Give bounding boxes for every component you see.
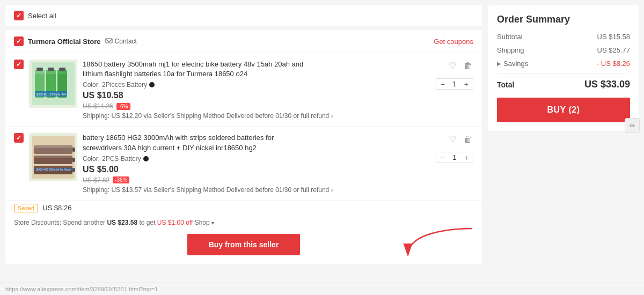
product-1-price-row: US $11.26 -6% [83,102,430,110]
product-2-image: 18650-HG2 3000mAh Diy Nickel [29,133,77,181]
product-1-shipping: Shipping: US $12.20 via Seller's Shippin… [83,112,430,120]
product-2-actions: ♡ 🗑 − 1 + [436,133,473,163]
edit-icon[interactable]: ✏ [625,118,640,133]
contact-button[interactable]: Contact [105,38,137,45]
svg-text:18650-HG2 3000mAh Diy Nickel: 18650-HG2 3000mAh Diy Nickel [35,168,70,171]
product-2-wishlist-button[interactable]: ♡ [448,133,457,145]
product-1-discount: -6% [116,103,130,110]
svg-rect-15 [34,145,72,148]
savings-row: ▶ Savings - US $8.26 [497,60,630,68]
svg-text:18650-MJ1 3500mAh 10A: 18650-MJ1 3500mAh 10A [35,93,67,96]
color-dot-1 [149,82,155,87]
store-checkbox[interactable] [14,36,24,46]
color-dot-2 [143,156,149,161]
battery-image-2: 18650-HG2 3000mAh Diy Nickel [30,134,77,181]
store-discount: Store Discounts: Spend another US $23.58… [5,216,482,230]
svg-rect-16 [72,148,75,152]
saved-row: Saved US $8.26 [5,201,482,216]
total-value: US $33.09 [584,79,630,90]
contact-label: Contact [115,38,137,45]
product-2-price: US $5.00 [83,165,430,174]
product-1-action-icons: ♡ 🗑 [448,60,473,72]
product-2-delete-button[interactable]: 🗑 [463,133,473,145]
product-1-original-price: US $11.26 [83,102,113,110]
savings-label: ▶ Savings [497,60,528,68]
product-2-price-row: US $7.82 -36% [83,176,430,184]
shipping-label: Shipping [497,46,524,54]
svg-rect-0 [106,39,112,43]
battery-image-1: 18650-MJ1 3500mAh 10A [30,60,77,107]
svg-rect-22 [72,168,75,172]
select-all-checkbox[interactable] [14,11,24,20]
product-2-shipping: Shipping: US $13.57 via Seller's Shippin… [83,186,430,194]
svg-rect-7 [48,68,54,71]
product-2-checkbox[interactable] [14,133,24,143]
status-bar: https://www.aliexpress.com/item/32890345… [0,282,644,295]
product-2-title[interactable]: battery 18650 HG2 3000mAh with strips so… [83,133,308,152]
product-row-1: 18650-MJ1 3500mAh 10A 18650 battery 3500… [5,53,482,127]
product-2-info: battery 18650 HG2 3000mAh with strips so… [83,133,430,193]
summary-divider [497,73,630,73]
product-2-qty-decrease[interactable]: − [438,154,447,161]
product-2-qty-control: − 1 + [436,152,473,163]
product-2-qty-value: 1 [450,153,459,161]
chevron-down-icon: ▾ [211,220,214,226]
product-1-actions: ♡ 🗑 − 1 + [436,60,473,90]
product-2-original-price: US $7.82 [83,176,109,184]
product-1-price: US $10.58 [83,91,430,100]
product-1-color: Color: 2Pieces Battery [83,81,430,88]
svg-rect-18 [34,156,72,158]
subtotal-label: Subtotal [497,33,523,41]
product-1-title[interactable]: 18650 battery 3500mah mj1 for electric b… [83,60,308,79]
store-discount-link[interactable]: US $1.00 off [157,219,193,226]
product-1-wishlist-button[interactable]: ♡ [448,60,457,72]
get-coupons-link[interactable]: Get coupons [434,38,473,46]
total-row: Total US $33.09 [497,79,630,90]
message-icon [105,38,113,45]
left-panel: Select all Turmera Official Store Contac… [5,5,482,282]
store-name: Turmera Official Store [28,38,101,46]
total-label: Total [497,80,514,89]
product-2-qty-increase[interactable]: + [462,154,471,161]
store-card: Turmera Official Store Contact Get coupo… [5,30,482,264]
select-all-label: Select all [28,12,56,20]
product-row-2: 18650-HG2 3000mAh Diy Nickel battery 186… [5,127,482,200]
right-panel: Order Summary Subtotal US $15.58 Shippin… [488,5,639,282]
svg-rect-19 [72,158,75,162]
buy-from-seller-button[interactable]: Buy from this seller [187,234,301,255]
buy-from-seller-row: Buy from this seller [5,230,482,257]
status-url: https://www.aliexpress.com/item/32890345… [5,286,158,292]
buy-button[interactable]: BUY (2) [497,98,630,122]
svg-rect-4 [36,68,43,71]
product-1-qty-value: 1 [450,80,459,88]
select-all-row: Select all [5,5,482,26]
shipping-value: US $25.77 [597,46,630,54]
product-1-checkbox[interactable] [14,60,24,69]
product-2-discount: -36% [113,176,129,183]
product-1-info: 18650 battery 3500mah mj1 for electric b… [83,60,430,120]
store-header: Turmera Official Store Contact Get coupo… [5,30,482,53]
shipping-row: Shipping US $25.77 [497,46,630,54]
order-summary-card: Order Summary Subtotal US $15.58 Shippin… [488,5,639,131]
product-2-color: Color: 2PCS Battery [83,155,430,163]
product-2-action-icons: ♡ 🗑 [448,133,473,145]
product-1-qty-control: − 1 + [436,78,473,90]
product-1-qty-decrease[interactable]: − [438,80,447,88]
order-summary-title: Order Summary [497,14,630,25]
product-1-qty-increase[interactable]: + [462,80,471,88]
saved-badge: Saved [14,204,38,212]
svg-rect-10 [59,68,65,71]
subtotal-row: Subtotal US $15.58 [497,33,630,41]
product-1-delete-button[interactable]: 🗑 [463,60,473,72]
subtotal-value: US $15.58 [597,33,630,41]
savings-value: - US $8.26 [597,60,630,68]
saved-amount: US $8.26 [42,204,71,212]
product-1-image: 18650-MJ1 3500mAh 10A [29,60,77,108]
